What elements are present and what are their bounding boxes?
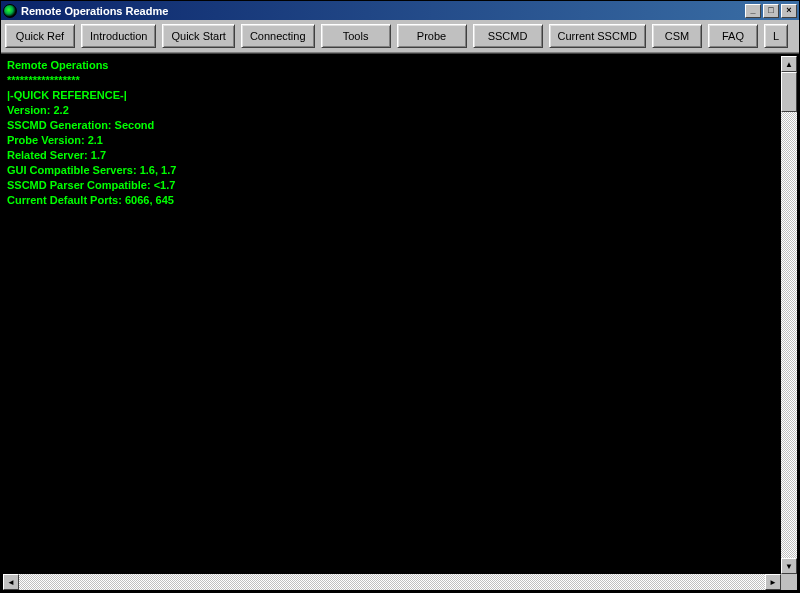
toolbar: Quick Ref Introduction Quick Start Conne… <box>1 20 799 53</box>
scroll-left-button[interactable]: ◄ <box>3 574 19 590</box>
scroll-track-vertical[interactable] <box>781 72 797 558</box>
scroll-corner <box>781 574 797 590</box>
terminal-line: Related Server: 1.7 <box>7 148 777 163</box>
scroll-right-button[interactable]: ► <box>765 574 781 590</box>
terminal-line: Version: 2.2 <box>7 103 777 118</box>
terminal-line: Remote Operations <box>7 58 777 73</box>
toolbar-probe[interactable]: Probe <box>397 24 467 48</box>
terminal-line: SSCMD Generation: Second <box>7 118 777 133</box>
content-area: Remote Operations ***************** |-QU… <box>1 53 799 592</box>
maximize-button[interactable]: □ <box>763 4 779 18</box>
toolbar-current-sscmd[interactable]: Current SSCMD <box>549 24 646 48</box>
terminal-line: Current Default Ports: 6066, 645 <box>7 193 777 208</box>
toolbar-csm[interactable]: CSM <box>652 24 702 48</box>
app-icon <box>3 4 17 18</box>
close-button[interactable]: × <box>781 4 797 18</box>
scroll-up-button[interactable]: ▲ <box>781 56 797 72</box>
title-bar[interactable]: Remote Operations Readme _ □ × <box>1 1 799 20</box>
vertical-scrollbar[interactable]: ▲ ▼ <box>781 56 797 574</box>
toolbar-tools[interactable]: Tools <box>321 24 391 48</box>
terminal-line: ***************** <box>7 73 777 88</box>
window-controls: _ □ × <box>745 4 797 18</box>
terminal-line: GUI Compatible Servers: 1.6, 1.7 <box>7 163 777 178</box>
toolbar-overflow[interactable]: L <box>764 24 788 48</box>
minimize-button[interactable]: _ <box>745 4 761 18</box>
toolbar-faq[interactable]: FAQ <box>708 24 758 48</box>
terminal-line: Probe Version: 2.1 <box>7 133 777 148</box>
app-window: Remote Operations Readme _ □ × Quick Ref… <box>0 0 800 593</box>
toolbar-quick-start[interactable]: Quick Start <box>162 24 234 48</box>
horizontal-scrollbar[interactable]: ◄ ► <box>3 574 781 590</box>
terminal-line: SSCMD Parser Compatible: <1.7 <box>7 178 777 193</box>
scroll-down-button[interactable]: ▼ <box>781 558 797 574</box>
terminal-line: |-QUICK REFERENCE-| <box>7 88 777 103</box>
scroll-thumb-vertical[interactable] <box>781 72 797 112</box>
toolbar-connecting[interactable]: Connecting <box>241 24 315 48</box>
scroll-track-horizontal[interactable] <box>19 574 765 590</box>
window-title: Remote Operations Readme <box>21 5 745 17</box>
toolbar-quick-ref[interactable]: Quick Ref <box>5 24 75 48</box>
toolbar-introduction[interactable]: Introduction <box>81 24 156 48</box>
toolbar-sscmd[interactable]: SSCMD <box>473 24 543 48</box>
terminal-output: Remote Operations ***************** |-QU… <box>3 56 781 574</box>
